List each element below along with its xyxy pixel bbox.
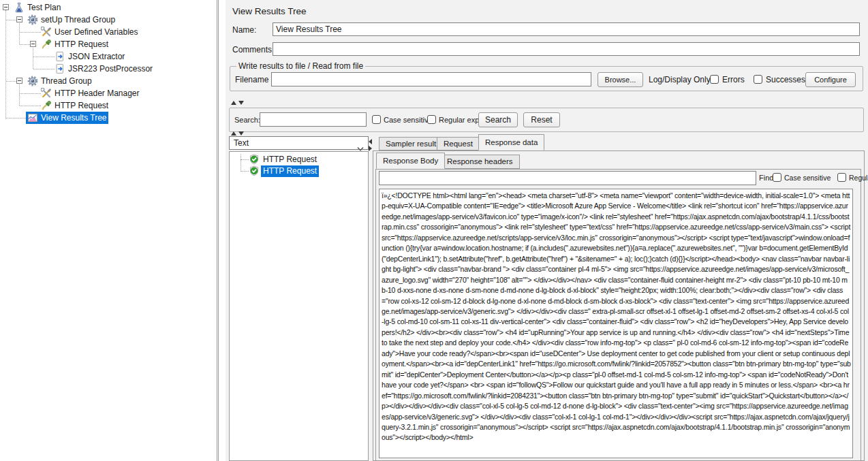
search-input[interactable] (260, 112, 367, 127)
result-item-http-request-1[interactable]: HTTP Request (230, 154, 368, 165)
tree-item-setup-thread-group[interactable]: setUp Thread Group (0, 14, 217, 26)
configure-button[interactable]: Configure (805, 72, 856, 87)
collapse-toggle-icon[interactable] (16, 16, 22, 22)
tree-item-http-request[interactable]: HTTP Request (0, 99, 217, 112)
split-divider-line[interactable] (218, 0, 219, 461)
tree-connector (6, 118, 27, 118)
find-case-sensitive-checkbox[interactable] (773, 173, 781, 182)
tree-item-content[interactable]: HTTP Header Manager (40, 87, 141, 99)
tree-connector (33, 57, 55, 57)
result-item-http-request-2[interactable]: HTTP Request (230, 165, 368, 177)
extractor-icon (55, 51, 65, 62)
results-pane-collapse-arrows[interactable] (231, 131, 244, 136)
tree-item-content[interactable]: Thread Group (26, 75, 93, 87)
tree-item-jsr223-postprocessor[interactable]: JSR223 PostProcessor (0, 63, 217, 75)
tree-item-label: Thread Group (41, 75, 92, 87)
tree-item-label: User Defined Variables (55, 26, 138, 38)
tree-item-user-defined-variables[interactable]: User Defined Variables (0, 26, 217, 38)
tree-item-content[interactable]: setUp Thread Group (26, 14, 117, 26)
tree-item-content[interactable]: JSON Extractor (53, 50, 126, 63)
tree-item-content[interactable]: JSR223 PostProcessor (53, 63, 154, 75)
collapse-down-icon[interactable] (238, 101, 244, 105)
page-title: View Results Tree (232, 6, 307, 16)
filename-label: Filename (235, 75, 268, 84)
tree-item-label: JSON Extractor (68, 50, 125, 63)
collapse-down-icon[interactable] (238, 131, 244, 136)
extractor-icon (55, 63, 65, 74)
collapse-toggle-icon[interactable] (16, 78, 22, 84)
tree-item-content[interactable]: Test Plan (12, 1, 62, 14)
tree-connector (20, 93, 41, 94)
sampler-icon (41, 39, 52, 50)
collapse-toggle-icon[interactable] (30, 41, 36, 47)
tree-item-label: setUp Thread Group (41, 14, 115, 26)
tree-item-content[interactable]: View Results Tree (26, 112, 108, 124)
collapse-left-icon[interactable] (369, 139, 372, 144)
tree-connector (20, 32, 41, 33)
name-label: Name: (232, 25, 256, 35)
thread-group-icon (27, 76, 38, 86)
tree-item-view-results-tree[interactable]: View Results Tree (0, 112, 217, 124)
browse-button[interactable]: Browse... (598, 72, 643, 87)
test-plan-icon (14, 2, 25, 13)
collapse-toggle-icon[interactable] (3, 4, 9, 10)
split-divider-line[interactable] (217, 0, 217, 461)
tab-request[interactable]: Request (437, 137, 480, 150)
tree-item-label: View Results Tree (41, 112, 107, 124)
tree-item-label: HTTP Request (55, 99, 108, 112)
search-case-sensitive-label: Case sensitive (384, 116, 433, 124)
find-regular-exp-checkbox[interactable] (837, 173, 846, 182)
tools-icon (41, 27, 52, 37)
errors-checkbox[interactable] (710, 75, 719, 84)
find-regular-exp-label: Regular exp. (849, 174, 868, 182)
tree-connector (6, 81, 16, 82)
comments-input[interactable] (273, 42, 860, 56)
tab-response-headers[interactable]: Response headers (440, 155, 520, 169)
search-regular-exp-checkbox[interactable] (427, 115, 436, 124)
tree-connector (33, 69, 55, 69)
tree-item-content[interactable]: HTTP Request (40, 38, 110, 50)
result-item-label: HTTP Request (261, 154, 319, 165)
tree-item-http-header-manager[interactable]: HTTP Header Manager (0, 87, 217, 99)
find-input[interactable] (379, 171, 756, 185)
search-regular-exp-label: Regular exp. (439, 116, 481, 124)
tools-icon (41, 88, 52, 99)
search-button[interactable]: Search (478, 112, 518, 127)
tree-connector (20, 44, 30, 45)
search-case-sensitive-checkbox[interactable] (372, 115, 381, 124)
tree-item-content[interactable]: User Defined Variables (40, 26, 140, 38)
reset-button[interactable]: Reset (523, 112, 560, 127)
tree-item-thread-group[interactable]: Thread Group (0, 75, 217, 87)
filename-input[interactable] (271, 72, 591, 86)
tab-response-body[interactable]: Response Body (376, 153, 445, 169)
collapse-right-icon[interactable] (369, 146, 372, 151)
search-pane-collapse-arrows[interactable] (231, 101, 244, 105)
tab-sampler-result[interactable]: Sampler result (379, 137, 443, 150)
tree-item-label: HTTP Request (55, 38, 108, 50)
collapse-up-icon[interactable] (231, 101, 236, 105)
find-button[interactable]: Find (759, 174, 773, 182)
tree-connector (241, 159, 249, 160)
tree-item-test-plan[interactable]: Test Plan (0, 1, 217, 14)
collapse-up-icon[interactable] (231, 131, 236, 136)
tree-connector (20, 106, 41, 106)
write-results-group-title: Write results to file / Read from file (236, 61, 365, 71)
successes-checkbox[interactable] (754, 75, 762, 84)
tree-item-content[interactable]: HTTP Request (40, 99, 110, 112)
sampler-icon (41, 100, 52, 111)
tab-response-data[interactable]: Response data (478, 134, 544, 150)
thread-group-icon (27, 14, 38, 25)
tree-connector (6, 20, 16, 20)
successes-checkbox-label: Successes (766, 75, 805, 84)
name-input[interactable] (273, 22, 860, 36)
errors-checkbox-label: Errors (722, 75, 745, 84)
comments-label: Comments: (232, 45, 274, 54)
tree-item-json-extractor[interactable]: JSON Extractor (0, 50, 217, 63)
shield-ok-icon (249, 154, 260, 165)
tree-item-label: JSR223 PostProcessor (68, 63, 153, 75)
tree-item-http-request[interactable]: HTTP Request (0, 38, 217, 50)
results-view-mode-select[interactable]: Text (229, 136, 369, 150)
tree-connector (241, 171, 249, 172)
response-body-text[interactable]: ï»¿<!DOCTYPE html><html lang="en"><head>… (379, 189, 853, 458)
shield-ok-icon (249, 165, 260, 176)
